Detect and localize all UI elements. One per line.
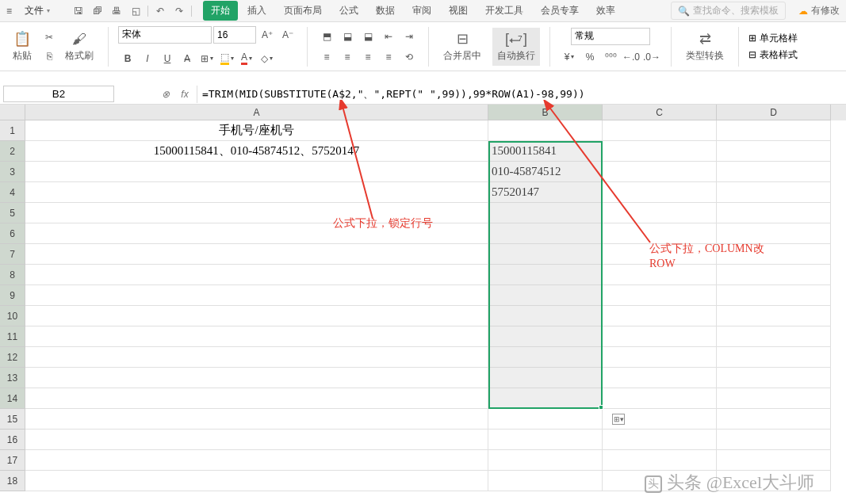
cell[interactable]	[603, 347, 717, 368]
cut-button[interactable]: ✂	[40, 29, 59, 46]
align-top-button[interactable]: ⬒	[317, 28, 336, 45]
font-size-select[interactable]	[213, 26, 256, 44]
cell[interactable]	[717, 326, 831, 347]
file-menu[interactable]: 文件 ▾	[18, 2, 56, 19]
row-header[interactable]: 2	[0, 141, 25, 162]
row-header[interactable]: 12	[0, 347, 25, 368]
redo-icon[interactable]: ↷	[170, 2, 188, 20]
align-bottom-button[interactable]: ⬓	[358, 28, 377, 45]
cell[interactable]	[25, 368, 488, 388]
row-header[interactable]: 16	[0, 430, 25, 450]
save-icon[interactable]: 🖫	[70, 2, 87, 20]
italic-button[interactable]: I	[138, 50, 157, 67]
row-header[interactable]: 10	[0, 306, 25, 326]
cell[interactable]	[717, 306, 831, 326]
cell-C3[interactable]	[603, 162, 717, 182]
tab-view[interactable]: 视图	[441, 1, 476, 21]
row-header[interactable]: 15	[0, 409, 25, 430]
tab-data[interactable]: 数据	[368, 1, 403, 21]
increase-decimal-button[interactable]: ←.0	[622, 48, 641, 66]
align-left-button[interactable]: ≡	[317, 48, 336, 66]
formula-input[interactable]: =TRIM(MID(SUBSTITUTE(A$2,"、",REPT(" ",99…	[197, 86, 846, 103]
cell[interactable]	[488, 265, 603, 285]
cell[interactable]	[717, 450, 831, 471]
print-preview-icon[interactable]: ◱	[127, 2, 144, 20]
cells-area[interactable]: 手机号/座机号 15000115841、010-45874512、5752014…	[25, 120, 846, 491]
autofill-options-button[interactable]: ⊞▾	[612, 414, 625, 425]
cell-D2[interactable]	[717, 141, 831, 162]
cell[interactable]	[25, 326, 488, 347]
cell[interactable]	[25, 430, 488, 450]
cell[interactable]	[717, 368, 831, 388]
cell[interactable]	[603, 203, 717, 223]
tab-home[interactable]: 开始	[203, 1, 238, 21]
border-button[interactable]: ⊞	[197, 50, 216, 67]
cell[interactable]	[603, 368, 717, 388]
cell[interactable]	[25, 265, 488, 285]
row-header[interactable]: 7	[0, 244, 25, 265]
cell-A1[interactable]: 手机号/座机号	[25, 120, 488, 141]
decrease-font-button[interactable]: A⁻	[278, 26, 297, 44]
align-center-button[interactable]: ≡	[338, 48, 357, 66]
paste-button[interactable]: 📋 粘贴	[6, 27, 38, 66]
cell-A4[interactable]	[25, 182, 488, 203]
tab-formulas[interactable]: 公式	[331, 1, 366, 21]
format-painter-button[interactable]: 🖌 格式刷	[60, 28, 98, 66]
cell-D4[interactable]	[717, 182, 831, 203]
col-header-C[interactable]: C	[603, 105, 717, 120]
cell[interactable]	[717, 285, 831, 306]
cell-B4[interactable]: 57520147	[488, 182, 603, 203]
row-header[interactable]: 1	[0, 120, 25, 141]
decrease-indent-button[interactable]: ⇤	[379, 28, 398, 45]
cell[interactable]	[603, 285, 717, 306]
align-middle-button[interactable]: ⬓	[338, 28, 357, 45]
cell-C2[interactable]	[603, 141, 717, 162]
row-header[interactable]: 17	[0, 450, 25, 471]
col-header-B[interactable]: B	[488, 105, 603, 120]
cell[interactable]	[488, 285, 603, 306]
select-all-corner[interactable]	[0, 105, 25, 120]
fill-color-button[interactable]: ⬚	[217, 50, 236, 67]
col-header-D[interactable]: D	[717, 105, 831, 120]
row-header[interactable]: 6	[0, 223, 25, 244]
type-convert-button[interactable]: ⇄ 类型转换	[681, 27, 729, 66]
row-header[interactable]: 9	[0, 285, 25, 306]
cell[interactable]	[25, 306, 488, 326]
cell[interactable]	[603, 306, 717, 326]
row-header[interactable]: 8	[0, 265, 25, 285]
cell-A3[interactable]	[25, 162, 488, 182]
row-header[interactable]: 18	[0, 471, 25, 491]
wrap-text-button[interactable]: [⮐] 自动换行	[492, 28, 540, 66]
cell[interactable]	[488, 430, 603, 450]
row-header[interactable]: 14	[0, 388, 25, 409]
increase-font-button[interactable]: A⁺	[258, 26, 277, 44]
sync-status[interactable]: ☁ 有修改	[798, 4, 840, 17]
cell-C1[interactable]	[603, 120, 717, 141]
cell[interactable]	[488, 306, 603, 326]
underline-button[interactable]: U	[158, 50, 177, 67]
undo-icon[interactable]: ↶	[151, 2, 169, 20]
cell-D3[interactable]	[717, 162, 831, 182]
tab-review[interactable]: 审阅	[404, 1, 439, 21]
font-color-button[interactable]: A	[237, 50, 256, 67]
cell[interactable]	[603, 326, 717, 347]
cell[interactable]	[25, 450, 488, 471]
cell[interactable]	[488, 450, 603, 471]
table-style-button[interactable]: ⊟ 表格样式	[748, 48, 798, 62]
cell[interactable]	[717, 409, 831, 430]
print-icon[interactable]: 🖶	[108, 2, 125, 20]
cell-format-button[interactable]: ⊞ 单元格样	[748, 32, 798, 45]
cell[interactable]	[717, 265, 831, 285]
col-header-A[interactable]: A	[25, 105, 488, 120]
align-right-button[interactable]: ≡	[358, 48, 377, 66]
cell-C4[interactable]	[603, 182, 717, 203]
cell[interactable]	[717, 388, 831, 409]
cell[interactable]	[25, 388, 488, 409]
number-format-select[interactable]	[571, 28, 650, 45]
currency-button[interactable]: ¥	[560, 48, 579, 66]
cell[interactable]	[603, 430, 717, 450]
cell[interactable]	[25, 409, 488, 430]
cell-D1[interactable]	[717, 120, 831, 141]
row-header[interactable]: 5	[0, 203, 25, 223]
cell[interactable]	[488, 368, 603, 388]
